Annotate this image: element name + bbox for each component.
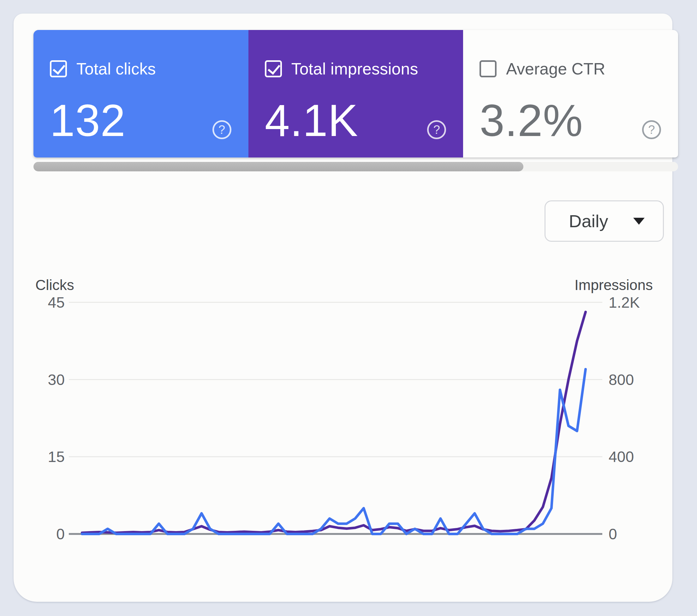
help-icon[interactable]: ? xyxy=(427,120,446,139)
svg-text:1.2K: 1.2K xyxy=(609,294,640,311)
help-icon[interactable]: ? xyxy=(642,120,661,139)
card-header: Total impressions xyxy=(265,60,446,77)
checkbox-unchecked-icon[interactable] xyxy=(479,60,496,77)
svg-text:0: 0 xyxy=(609,526,617,542)
card-value: 4.1K xyxy=(265,98,446,143)
scrollbar-track[interactable] xyxy=(33,162,678,171)
svg-text:30: 30 xyxy=(48,372,65,388)
card-header: Average CTR xyxy=(479,60,661,77)
card-label: Average CTR xyxy=(506,61,605,77)
card-label: Total impressions xyxy=(291,61,418,77)
svg-text:45: 45 xyxy=(48,294,65,311)
metric-card-average-ctr[interactable]: Average CTR 3.2% ? xyxy=(463,30,678,157)
performance-line-chart: 451.2K308001540000 xyxy=(0,271,697,555)
checkbox-checked-icon[interactable] xyxy=(50,60,67,77)
svg-text:15: 15 xyxy=(48,448,65,465)
metric-card-row: Total clicks 132 ? Total impressions 4.1… xyxy=(33,30,678,157)
metric-card-total-impressions[interactable]: Total impressions 4.1K ? xyxy=(249,30,463,157)
svg-text:0: 0 xyxy=(56,526,65,542)
scrollbar-thumb[interactable] xyxy=(33,162,523,171)
metric-card-total-clicks[interactable]: Total clicks 132 ? xyxy=(33,30,249,157)
card-value: 3.2% xyxy=(479,98,661,143)
svg-text:800: 800 xyxy=(609,372,634,388)
granularity-label: Daily xyxy=(569,211,608,231)
chevron-down-icon xyxy=(633,218,644,225)
checkbox-checked-icon[interactable] xyxy=(265,60,282,77)
svg-text:400: 400 xyxy=(609,448,634,465)
card-header: Total clicks xyxy=(50,60,231,77)
help-icon[interactable]: ? xyxy=(212,120,232,139)
card-value: 132 xyxy=(50,98,231,143)
granularity-dropdown[interactable]: Daily xyxy=(545,200,664,242)
card-label: Total clicks xyxy=(76,61,155,77)
